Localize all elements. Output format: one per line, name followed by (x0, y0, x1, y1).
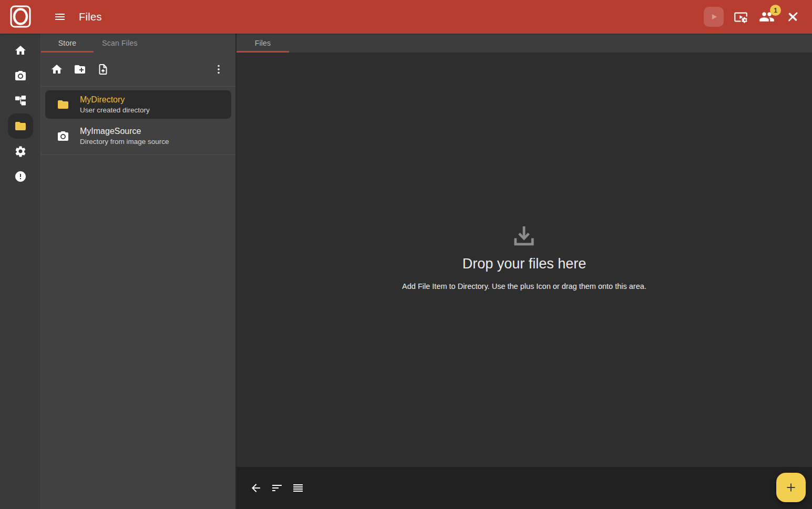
video-settings-icon (734, 10, 748, 24)
app-logo[interactable] (0, 0, 41, 34)
list-view-button[interactable] (287, 477, 309, 498)
create-folder-button[interactable] (68, 58, 91, 81)
tab-scan-files-label: Scan Files (102, 39, 137, 47)
notification-badge: 1 (770, 5, 781, 16)
plus-icon (784, 481, 798, 494)
sidebar-item-connections[interactable] (8, 88, 33, 113)
tab-active-underline (41, 51, 94, 53)
kebab-menu-icon (212, 63, 225, 76)
list-item-text: MyDirectory User created directory (80, 95, 150, 115)
play-icon (708, 11, 720, 23)
folder-icon (14, 120, 27, 132)
sidebar-item-camera[interactable] (8, 63, 33, 88)
list-item-subtitle: User created directory (80, 106, 150, 115)
tab-files[interactable]: Files (237, 34, 289, 53)
tab-store-label: Store (58, 39, 76, 47)
directory-list: MyDirectory User created directory MyIma… (41, 87, 235, 155)
dropzone-message: Drop your files here Add File Item to Di… (402, 222, 646, 290)
users-button[interactable]: 1 (757, 7, 776, 26)
header-actions: 1 (704, 7, 812, 27)
sidebar (0, 34, 41, 509)
home-icon (14, 44, 27, 57)
logo-o-icon (8, 4, 33, 29)
page-title: Files (79, 11, 102, 23)
folder-icon (57, 98, 69, 111)
app-header: Files 1 (0, 0, 812, 34)
sort-button[interactable] (266, 477, 287, 498)
main-tabs: Files (237, 34, 812, 53)
video-settings-button[interactable] (731, 7, 750, 26)
kebab-menu-button[interactable] (207, 58, 230, 81)
settings-gear-icon (14, 145, 27, 158)
list-item-title: MyDirectory (80, 95, 150, 105)
sort-icon (271, 482, 283, 494)
back-button[interactable] (245, 477, 266, 498)
back-arrow-icon (250, 482, 262, 494)
upload-file-button[interactable] (91, 58, 115, 81)
list-divider (41, 154, 235, 155)
dropzone-subtitle: Add File Item to Directory. Use the plus… (402, 282, 646, 290)
home-button[interactable] (45, 58, 68, 81)
list-item-mydirectory[interactable]: MyDirectory User created directory (45, 90, 231, 119)
list-icon (292, 482, 304, 494)
tab-scan-files[interactable]: Scan Files (94, 34, 146, 53)
camera-icon (57, 130, 69, 142)
list-item-myimagesource[interactable]: MyImageSource Directory from image sourc… (45, 122, 231, 150)
tools-close-icon (786, 10, 800, 24)
bottom-toolbar (237, 467, 812, 509)
schema-icon (14, 95, 27, 107)
home-icon (50, 63, 63, 76)
create-folder-icon (74, 63, 86, 76)
sidebar-item-alerts[interactable] (8, 164, 33, 189)
tab-files-label: Files (255, 39, 271, 47)
upload-file-icon (97, 63, 109, 76)
dropzone[interactable]: Drop your files here Add File Item to Di… (237, 53, 812, 467)
menu-button[interactable] (49, 6, 70, 27)
camera-icon (14, 69, 27, 82)
error-icon (14, 170, 27, 183)
add-file-fab[interactable] (776, 473, 806, 502)
sidebar-item-files[interactable] (8, 113, 33, 139)
play-button (704, 7, 724, 27)
tools-close-button[interactable] (784, 7, 803, 26)
list-item-subtitle: Directory from image source (80, 137, 169, 146)
tab-store[interactable]: Store (41, 34, 94, 53)
download-icon (510, 222, 538, 251)
sidebar-item-settings[interactable] (8, 139, 33, 164)
sidebar-item-home[interactable] (8, 38, 33, 63)
store-panel: Store Scan Files (41, 34, 235, 509)
menu-icon (54, 11, 66, 23)
dropzone-title: Drop your files here (402, 256, 646, 272)
main-area: Files Drop your files here Add File Item… (237, 34, 812, 509)
list-item-text: MyImageSource Directory from image sourc… (80, 126, 169, 146)
store-panel-toolbar (41, 53, 235, 86)
store-panel-tabs: Store Scan Files (41, 34, 235, 53)
list-item-title: MyImageSource (80, 126, 169, 137)
